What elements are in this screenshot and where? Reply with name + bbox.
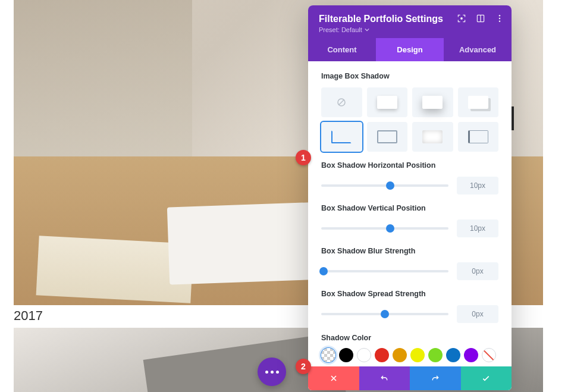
shadow-preset-6[interactable] [412,122,453,152]
header-actions [457,14,504,23]
slider-thumb[interactable] [386,224,394,233]
tab-advanced[interactable]: Advanced [444,38,512,61]
layout-icon[interactable] [476,14,485,23]
slider-value-spread[interactable]: 0px [457,305,498,323]
slider-thumb[interactable] [386,181,394,190]
close-icon [329,374,338,383]
swatch-red[interactable] [375,348,389,362]
undo-icon [379,374,389,383]
preset-dropdown[interactable]: Preset: Default [319,26,501,33]
no-icon [336,97,347,108]
slider-label: Box Shadow Vertical Position [321,204,498,212]
swatch-white[interactable] [357,348,371,362]
annotation-badge-1: 1 [296,150,311,165]
slider-track-vertical[interactable] [321,227,448,230]
redo-icon [431,374,440,383]
swatch-none[interactable] [482,348,496,362]
slider-horizontal: Box Shadow Horizontal Position 10px [321,161,498,195]
slider-thumb[interactable] [319,267,328,275]
panel-footer [308,366,512,390]
shadow-preset-2[interactable] [412,87,453,117]
slider-track-spread[interactable] [321,313,448,315]
shadow-preset-5[interactable] [367,122,408,152]
slider-label: Box Shadow Horizontal Position [321,161,498,170]
annotation-badge-2: 2 [296,359,311,374]
shadow-preset-1[interactable] [367,87,408,117]
shadow-preset-none[interactable] [321,87,362,117]
slider-thumb[interactable] [381,310,389,318]
preset-label: Preset: Default [319,26,362,33]
shadow-preset-7[interactable] [458,122,499,152]
tab-content[interactable]: Content [308,38,376,61]
slider-vertical: Box Shadow Vertical Position 10px [321,204,498,237]
slider-value-blur[interactable]: 0px [457,262,498,280]
svg-line-7 [339,100,344,105]
shadow-color-label: Shadow Color [321,334,498,342]
section-label-image-shadow: Image Box Shadow [321,72,498,80]
swatch-purple[interactable] [464,348,478,362]
svg-point-5 [499,21,501,23]
chevron-down-icon [365,27,369,32]
shadow-preset-grid [321,87,498,152]
swatch-black[interactable] [339,348,353,362]
panel-body: Image Box Shadow Box Shadow Horizontal P… [308,61,512,366]
shadow-preset-3[interactable] [458,87,499,117]
more-icon[interactable] [495,14,504,23]
svg-point-3 [499,15,501,17]
redo-button[interactable] [410,366,461,390]
tab-design[interactable]: Design [376,38,444,61]
svg-point-4 [499,18,501,20]
color-swatches [321,348,498,362]
swatch-transparent[interactable] [321,348,335,362]
module-options-button[interactable] [258,357,286,386]
undo-button[interactable] [359,366,410,390]
slider-spread: Box Shadow Spread Strength 0px [321,290,498,323]
settings-tabs: Content Design Advanced [308,38,512,61]
swatch-yellow[interactable] [410,348,425,362]
slider-blur: Box Shadow Blur Strength 0px [321,247,498,280]
slider-track-horizontal[interactable] [321,184,448,187]
slider-value-vertical[interactable]: 10px [457,219,498,237]
ellipsis-icon [265,371,279,374]
swatch-green[interactable] [428,348,443,362]
cancel-button[interactable] [308,366,359,390]
swatch-orange[interactable] [393,348,407,362]
svg-point-0 [461,18,463,20]
panel-header[interactable]: Filterable Portfolio Settings Preset: De… [308,5,512,38]
slider-value-horizontal[interactable]: 10px [457,177,498,195]
portfolio-caption[interactable]: 2017 [14,308,43,324]
check-icon [481,374,491,383]
shadow-preset-4-selected[interactable] [321,122,362,152]
slider-label: Box Shadow Spread Strength [321,290,498,298]
swatch-blue[interactable] [446,348,460,362]
slider-label: Box Shadow Blur Strength [321,247,498,255]
settings-panel: Filterable Portfolio Settings Preset: De… [308,5,512,390]
confirm-button[interactable] [461,366,512,390]
focus-icon[interactable] [457,14,466,23]
slider-track-blur[interactable] [321,270,448,272]
